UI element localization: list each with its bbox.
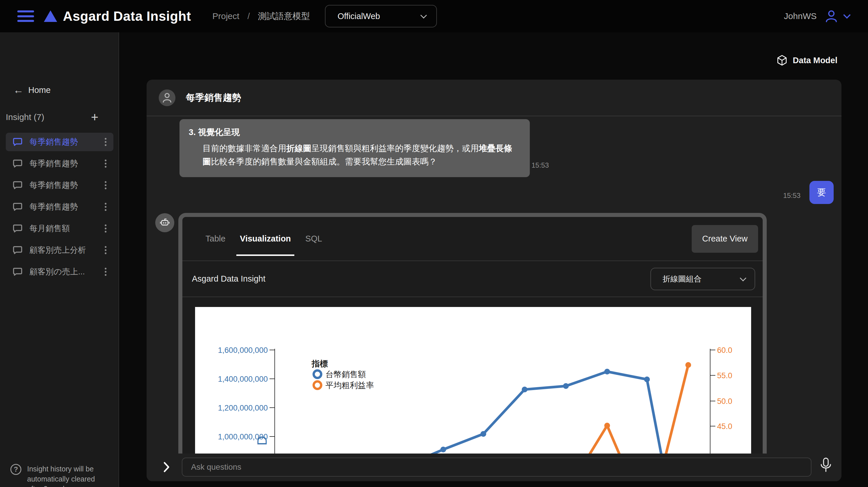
insight-item-label: 每季銷售趨勢 [29,201,78,212]
breadcrumb-section[interactable]: Project [212,11,239,21]
left-axis-tick: 1,600,000,000 [218,346,268,355]
insight-item-label: 每季銷售趨勢 [29,136,78,148]
person-icon [162,93,172,103]
left-axis-tick: 1,400,000,000 [218,375,268,383]
chat-container: 每季銷售趨勢 3. 視覺化呈現 目前的數據非常適合用折線圖呈現銷售額與粗利益率的… [147,79,841,481]
insight-item-label: 顧客別売上分析 [29,245,86,256]
model-select[interactable]: OfficialWeb [325,5,437,27]
chevron-down-icon [740,275,746,281]
chart-type-select[interactable]: 折線圖組合 [650,268,755,290]
right-axis-tick: 60.0 [717,346,733,355]
top-bar: Asgard Data Insight Project / 測試語意模型 Off… [0,0,868,32]
insight-item-label: 顧客別の売上... [29,266,85,277]
legend-label-margin: 平均粗利益率 [326,381,374,390]
insight-item-label: 每月銷售額 [29,223,70,234]
sidebar-insight-item[interactable]: 顧客別の売上... [6,263,114,281]
user-menu-chevron-icon[interactable] [843,11,850,19]
data-model-button[interactable]: Data Model [777,55,837,66]
main-area: Data Model 每季銷售趨勢 3. 視覺化呈現 目前的數據非常適合用折線圖… [120,32,868,487]
robot-icon [160,218,170,228]
result-card: Table Visualization SQL Create View Asga… [178,213,767,481]
legend-marker-blue [314,370,321,378]
ask-questions-input[interactable] [182,458,811,477]
sidebar-insight-item[interactable]: 每月銷售額 [6,219,114,238]
new-insight-button[interactable]: + [91,111,98,124]
history-note-text: Insight history will be automatically cl… [27,464,105,487]
tab-visualization[interactable]: Visualization [236,217,294,261]
legend-label-sales: 台幣銷售額 [326,370,366,379]
item-menu-icon[interactable] [103,223,108,234]
bot-avatar [155,213,174,232]
app-title: Asgard Data Insight [63,8,191,24]
insight-header: Insight (7) + [6,111,114,124]
back-arrow-icon: ← [13,85,24,95]
sidebar-insight-item[interactable]: 每季銷售趨勢 [6,176,114,194]
sidebar-insight-item[interactable]: 每季銷售趨勢 [6,198,114,216]
chevron-down-icon [420,12,427,19]
bot-message-body: 目前的數據非常適合用折線圖呈現銷售額與粗利益率的季度變化趨勢，或用堆疊長條圖比較… [189,142,519,168]
card-title-row: Asgard Data Insight 折線圖組合 [182,261,763,297]
card-title: Asgard Data Insight [192,274,266,284]
chat-bubble-icon [13,137,23,147]
tab-bar: Table Visualization SQL Create View [182,217,763,261]
user-message-bubble: 要 [809,181,834,204]
bot-message-heading: 3. 視覺化呈現 [189,127,519,138]
chat-bubble-icon [13,181,23,190]
item-menu-icon[interactable] [103,201,108,213]
bot-message-bubble: 3. 視覺化呈現 目前的數據非常適合用折線圖呈現銷售額與粗利益率的季度變化趨勢，… [180,119,530,177]
legend-title: 指標 [311,359,328,368]
microphone-icon[interactable] [819,456,833,475]
item-menu-icon[interactable] [103,266,108,278]
breadcrumb-separator: / [247,11,250,21]
insight-item-label: 每季銷售趨勢 [29,158,78,169]
bot-message-time: 15:53 [531,161,549,169]
insight-count-label: Insight (7) [6,112,44,122]
cube-icon [777,55,787,66]
sidebar-insight-item[interactable]: 每季銷售趨勢 [6,133,114,151]
right-axis-tick: 45.0 [717,422,733,431]
item-menu-icon[interactable] [103,180,108,191]
sidebar-insight-item[interactable]: 每季銷售趨勢 [6,154,114,173]
expand-chevron-icon[interactable] [163,460,170,474]
chat-bubble-icon [13,159,23,168]
data-model-label: Data Model [793,56,837,65]
app-logo-icon [44,10,57,22]
right-axis-tick: 50.0 [717,397,733,405]
item-menu-icon[interactable] [103,136,108,148]
home-label: Home [28,86,51,95]
chat-bubble-icon [13,246,23,255]
left-axis-tick: 1,200,000,000 [218,403,268,412]
home-button[interactable]: ← Home [13,85,51,95]
chat-header: 每季銷售趨勢 [147,79,841,116]
chat-bubble-icon [13,224,23,233]
chart-type-value: 折線圖組合 [662,274,702,284]
user-avatar-icon[interactable] [825,9,838,23]
model-select-value: OfficialWeb [338,11,380,21]
left-axis-title-partial: D [254,436,270,446]
breadcrumb-page[interactable]: 測試語意模型 [258,10,310,22]
tab-table[interactable]: Table [202,217,229,261]
chat-avatar [159,90,176,106]
chat-bubble-icon [13,267,23,277]
sidebar-insight-item[interactable]: 顧客別売上分析 [6,241,114,259]
item-menu-icon[interactable] [103,245,108,256]
menu-icon[interactable] [17,10,34,22]
question-input-bar [147,454,841,481]
tab-sql[interactable]: SQL [302,217,326,261]
legend-marker-orange [314,381,321,389]
chat-title: 每季銷售趨勢 [186,92,241,104]
item-menu-icon[interactable] [103,158,108,169]
chat-bubble-icon [13,202,23,212]
app-window: Asgard Data Insight Project / 測試語意模型 Off… [0,0,868,487]
insight-item-label: 每季銷售趨勢 [29,180,78,191]
user-name: JohnWS [784,11,817,21]
info-icon: ? [10,464,21,475]
history-note: ? Insight history will be automatically … [10,464,105,487]
right-axis-tick: 55.0 [717,371,733,380]
insight-list: 每季銷售趨勢 每季銷售趨勢 每季銷售趨勢 每季銷售趨勢 每月銷售額 顧客別売上分… [6,133,114,284]
sidebar: ← Home Insight (7) + 每季銷售趨勢 每季銷售趨勢 每季銷售趨… [0,32,119,487]
user-message-time: 15:53 [783,192,801,200]
create-view-button[interactable]: Create View [692,225,758,253]
